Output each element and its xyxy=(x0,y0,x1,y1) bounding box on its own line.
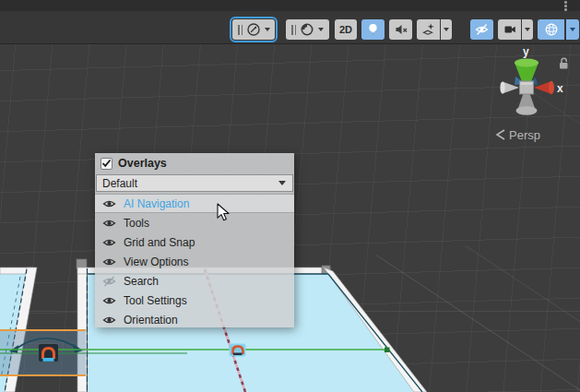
eye-slash-icon xyxy=(474,23,490,36)
overlays-menu-title: Overlays xyxy=(118,157,167,170)
wall-post xyxy=(77,259,87,268)
menu-item-ai-navigation[interactable]: AI Navigation xyxy=(95,194,294,213)
mode-2d-label: 2D xyxy=(339,24,352,35)
menu-item-grid-and-snap[interactable]: Grid and Snap xyxy=(95,232,294,252)
caret-down-icon xyxy=(318,28,324,31)
menu-item-tool-settings[interactable]: Tool Settings xyxy=(95,291,294,310)
audio-mute-button[interactable] xyxy=(389,19,412,40)
gizmos-caret-button[interactable] xyxy=(566,19,579,40)
axis-y-label: y xyxy=(523,45,529,58)
perspective-angle-icon xyxy=(495,128,506,142)
projection-label: Persp xyxy=(509,128,540,142)
menu-item-tools[interactable]: Tools xyxy=(95,213,294,232)
overflow-menu-icon[interactable] xyxy=(564,1,567,12)
camera-settings-button[interactable] xyxy=(498,19,533,40)
navmesh-link-icon[interactable] xyxy=(39,344,58,362)
tab-strip xyxy=(0,0,580,11)
axis-down-cone[interactable] xyxy=(516,92,538,115)
eye-visible-icon xyxy=(102,218,116,229)
scene-toolbar: 2D xyxy=(232,19,579,40)
gizmo-center-cube[interactable] xyxy=(520,81,534,94)
overlay-preset-dropdown[interactable]: Default xyxy=(96,174,293,192)
offmesh-endpoint[interactable] xyxy=(385,348,390,353)
caret-down-icon xyxy=(525,28,530,31)
scene-gizmos-button[interactable] xyxy=(538,19,579,40)
projection-toggle[interactable]: Persp xyxy=(495,128,540,142)
overlays-checkbox[interactable] xyxy=(101,158,112,170)
camera-caret-button[interactable] xyxy=(522,19,533,40)
lightbulb-icon xyxy=(366,22,380,37)
eye-visible-icon xyxy=(102,198,116,209)
drag-handle-icon[interactable] xyxy=(238,25,243,35)
check-icon xyxy=(101,159,112,168)
draw-mode-button[interactable] xyxy=(286,19,329,40)
lock-icon[interactable] xyxy=(557,56,571,70)
menu-item-orientation[interactable]: Orientation xyxy=(95,310,294,329)
gizmo-sphere-icon xyxy=(544,22,559,37)
overlay-menu-items: AI Navigation Tools Grid and Snap View O… xyxy=(95,194,294,329)
drag-handle-icon[interactable] xyxy=(291,25,296,35)
menu-item-search[interactable]: Search xyxy=(95,271,294,291)
eye-visible-icon xyxy=(102,295,116,306)
caret-down-icon xyxy=(570,28,575,31)
mode-2d-button[interactable]: 2D xyxy=(335,19,357,40)
eye-visible-icon xyxy=(102,237,116,248)
caret-down-icon xyxy=(278,181,286,185)
camera-icon xyxy=(503,22,517,37)
axis-x-label: x xyxy=(557,82,563,95)
overlays-menu: Overlays Default AI Navigation Tools Gri… xyxy=(95,153,294,327)
shading-sphere-icon xyxy=(300,22,314,37)
compass-icon xyxy=(246,22,261,37)
mouse-cursor xyxy=(217,203,231,223)
navmesh-link-icon-small[interactable] xyxy=(230,344,245,356)
unity-scene-view: y x Per xyxy=(0,0,580,392)
menu-item-view-options[interactable]: View Options xyxy=(95,252,294,271)
caret-down-icon xyxy=(265,28,270,31)
effects-button[interactable] xyxy=(417,19,452,40)
caret-down-icon xyxy=(444,28,449,31)
speaker-muted-icon xyxy=(394,22,408,37)
overlay-preset-value: Default xyxy=(102,177,137,190)
eye-hidden-icon xyxy=(102,276,116,287)
effects-caret-button[interactable] xyxy=(441,19,452,40)
overlay-visibility-button[interactable] xyxy=(232,19,275,40)
eye-visible-icon xyxy=(102,315,116,326)
effects-sparkle-icon xyxy=(421,22,436,37)
scene-lighting-button[interactable] xyxy=(361,19,385,40)
eye-visible-icon xyxy=(102,256,116,267)
overlays-toggle-row[interactable]: Overlays xyxy=(95,153,294,173)
hidden-objects-button[interactable] xyxy=(470,19,493,40)
